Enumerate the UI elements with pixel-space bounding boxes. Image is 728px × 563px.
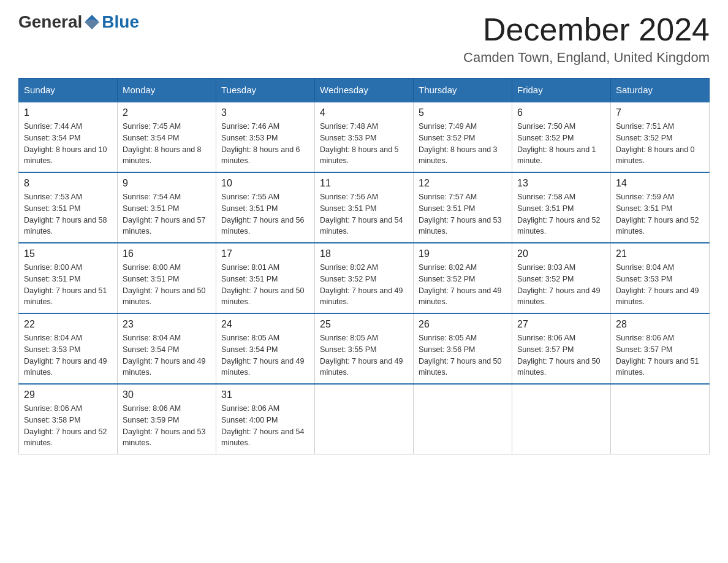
day-detail: Sunrise: 7:54 AMSunset: 3:51 PMDaylight:… — [123, 193, 206, 236]
calendar-day: 26Sunrise: 8:05 AMSunset: 3:56 PMDayligh… — [414, 313, 512, 384]
day-number: 29 — [24, 389, 112, 400]
calendar-day: 25Sunrise: 8:05 AMSunset: 3:55 PMDayligh… — [315, 313, 414, 384]
logo-flag-icon — [82, 12, 102, 32]
column-header-wednesday: Wednesday — [315, 79, 414, 102]
day-number: 18 — [320, 248, 408, 259]
calendar-day: 29Sunrise: 8:06 AMSunset: 3:58 PMDayligh… — [19, 384, 118, 454]
day-detail: Sunrise: 8:06 AMSunset: 3:57 PMDaylight:… — [517, 334, 601, 377]
day-detail: Sunrise: 7:56 AMSunset: 3:51 PMDaylight:… — [320, 193, 403, 236]
day-number: 25 — [320, 319, 408, 330]
day-number: 16 — [123, 248, 211, 259]
day-number: 14 — [616, 178, 704, 189]
day-detail: Sunrise: 7:55 AMSunset: 3:51 PMDaylight:… — [221, 193, 305, 236]
calendar-day: 20Sunrise: 8:03 AMSunset: 3:52 PMDayligh… — [512, 243, 611, 313]
day-detail: Sunrise: 7:46 AMSunset: 3:53 PMDaylight:… — [221, 122, 300, 165]
day-detail: Sunrise: 8:01 AMSunset: 3:51 PMDaylight:… — [221, 263, 305, 306]
calendar-day: 18Sunrise: 8:02 AMSunset: 3:52 PMDayligh… — [315, 243, 414, 313]
day-detail: Sunrise: 8:06 AMSunset: 4:00 PMDaylight:… — [221, 404, 305, 447]
day-detail: Sunrise: 8:03 AMSunset: 3:52 PMDaylight:… — [517, 263, 601, 306]
day-detail: Sunrise: 8:05 AMSunset: 3:54 PMDaylight:… — [221, 334, 305, 377]
day-detail: Sunrise: 8:05 AMSunset: 3:56 PMDaylight:… — [419, 334, 502, 377]
calendar-week-3: 15Sunrise: 8:00 AMSunset: 3:51 PMDayligh… — [19, 243, 710, 313]
day-detail: Sunrise: 8:00 AMSunset: 3:51 PMDaylight:… — [123, 263, 206, 306]
column-header-friday: Friday — [512, 79, 611, 102]
day-detail: Sunrise: 7:59 AMSunset: 3:51 PMDaylight:… — [616, 193, 699, 236]
calendar-week-4: 22Sunrise: 8:04 AMSunset: 3:53 PMDayligh… — [19, 313, 710, 384]
day-detail: Sunrise: 7:48 AMSunset: 3:53 PMDaylight:… — [320, 122, 399, 165]
day-detail: Sunrise: 7:44 AMSunset: 3:54 PMDaylight:… — [24, 122, 107, 165]
calendar-day: 15Sunrise: 8:00 AMSunset: 3:51 PMDayligh… — [19, 243, 118, 313]
calendar-day: 7Sunrise: 7:51 AMSunset: 3:52 PMDaylight… — [611, 102, 710, 172]
calendar-day — [315, 384, 414, 454]
day-number: 8 — [24, 178, 112, 189]
day-number: 4 — [320, 107, 408, 118]
calendar-day — [512, 384, 611, 454]
day-number: 3 — [221, 107, 309, 118]
day-number: 9 — [123, 178, 211, 189]
calendar-day: 23Sunrise: 8:04 AMSunset: 3:54 PMDayligh… — [118, 313, 216, 384]
calendar-day: 2Sunrise: 7:45 AMSunset: 3:54 PMDaylight… — [118, 102, 216, 172]
day-detail: Sunrise: 8:02 AMSunset: 3:52 PMDaylight:… — [419, 263, 502, 306]
day-detail: Sunrise: 8:06 AMSunset: 3:58 PMDaylight:… — [24, 404, 107, 447]
day-detail: Sunrise: 8:04 AMSunset: 3:54 PMDaylight:… — [123, 334, 206, 377]
day-number: 7 — [616, 107, 704, 118]
calendar-day: 8Sunrise: 7:53 AMSunset: 3:51 PMDaylight… — [19, 172, 118, 243]
day-number: 20 — [517, 248, 605, 259]
column-header-thursday: Thursday — [414, 79, 512, 102]
logo-general-text: General — [18, 12, 82, 32]
day-detail: Sunrise: 7:45 AMSunset: 3:54 PMDaylight:… — [123, 122, 202, 165]
calendar-day: 21Sunrise: 8:04 AMSunset: 3:53 PMDayligh… — [611, 243, 710, 313]
day-detail: Sunrise: 8:04 AMSunset: 3:53 PMDaylight:… — [24, 334, 107, 377]
day-number: 23 — [123, 319, 211, 330]
day-detail: Sunrise: 8:06 AMSunset: 3:59 PMDaylight:… — [123, 404, 206, 447]
column-header-saturday: Saturday — [611, 79, 710, 102]
column-header-sunday: Sunday — [19, 79, 118, 102]
calendar-day: 27Sunrise: 8:06 AMSunset: 3:57 PMDayligh… — [512, 313, 611, 384]
column-header-tuesday: Tuesday — [216, 79, 315, 102]
day-detail: Sunrise: 7:51 AMSunset: 3:52 PMDaylight:… — [616, 122, 695, 165]
day-number: 22 — [24, 319, 112, 330]
day-number: 10 — [221, 178, 309, 189]
day-detail: Sunrise: 7:53 AMSunset: 3:51 PMDaylight:… — [24, 193, 107, 236]
day-number: 21 — [616, 248, 704, 259]
logo-blue-text: Blue — [102, 12, 139, 32]
calendar-day: 28Sunrise: 8:06 AMSunset: 3:57 PMDayligh… — [611, 313, 710, 384]
calendar-day: 22Sunrise: 8:04 AMSunset: 3:53 PMDayligh… — [19, 313, 118, 384]
day-number: 1 — [24, 107, 112, 118]
day-detail: Sunrise: 7:57 AMSunset: 3:51 PMDaylight:… — [419, 193, 502, 236]
day-detail: Sunrise: 8:04 AMSunset: 3:53 PMDaylight:… — [616, 263, 699, 306]
day-number: 27 — [517, 319, 605, 330]
day-detail: Sunrise: 8:00 AMSunset: 3:51 PMDaylight:… — [24, 263, 107, 306]
calendar-day: 24Sunrise: 8:05 AMSunset: 3:54 PMDayligh… — [216, 313, 315, 384]
calendar-day: 9Sunrise: 7:54 AMSunset: 3:51 PMDaylight… — [118, 172, 216, 243]
calendar-day: 1Sunrise: 7:44 AMSunset: 3:54 PMDaylight… — [19, 102, 118, 172]
calendar-table: SundayMondayTuesdayWednesdayThursdayFrid… — [18, 78, 710, 454]
calendar-day: 10Sunrise: 7:55 AMSunset: 3:51 PMDayligh… — [216, 172, 315, 243]
day-number: 6 — [517, 107, 605, 118]
day-detail: Sunrise: 8:06 AMSunset: 3:57 PMDaylight:… — [616, 334, 699, 377]
calendar-day: 16Sunrise: 8:00 AMSunset: 3:51 PMDayligh… — [118, 243, 216, 313]
calendar-day: 31Sunrise: 8:06 AMSunset: 4:00 PMDayligh… — [216, 384, 315, 454]
day-number: 5 — [419, 107, 507, 118]
day-number: 2 — [123, 107, 211, 118]
day-number: 17 — [221, 248, 309, 259]
header: General Blue December 2024 Camden Town, … — [18, 12, 710, 66]
calendar-day: 17Sunrise: 8:01 AMSunset: 3:51 PMDayligh… — [216, 243, 315, 313]
calendar-week-5: 29Sunrise: 8:06 AMSunset: 3:58 PMDayligh… — [19, 384, 710, 454]
day-detail: Sunrise: 7:49 AMSunset: 3:52 PMDaylight:… — [419, 122, 498, 165]
day-number: 11 — [320, 178, 408, 189]
calendar-header-row: SundayMondayTuesdayWednesdayThursdayFrid… — [19, 79, 710, 102]
day-number: 28 — [616, 319, 704, 330]
calendar-day: 30Sunrise: 8:06 AMSunset: 3:59 PMDayligh… — [118, 384, 216, 454]
month-title: December 2024 — [463, 12, 710, 47]
location-subtitle: Camden Town, England, United Kingdom — [463, 50, 710, 66]
day-detail: Sunrise: 7:58 AMSunset: 3:51 PMDaylight:… — [517, 193, 601, 236]
calendar-day: 12Sunrise: 7:57 AMSunset: 3:51 PMDayligh… — [414, 172, 512, 243]
day-number: 12 — [419, 178, 507, 189]
column-header-monday: Monday — [118, 79, 216, 102]
calendar-day: 6Sunrise: 7:50 AMSunset: 3:52 PMDaylight… — [512, 102, 611, 172]
title-area: December 2024 Camden Town, England, Unit… — [463, 12, 710, 66]
day-number: 26 — [419, 319, 507, 330]
day-number: 30 — [123, 389, 211, 400]
day-number: 31 — [221, 389, 309, 400]
